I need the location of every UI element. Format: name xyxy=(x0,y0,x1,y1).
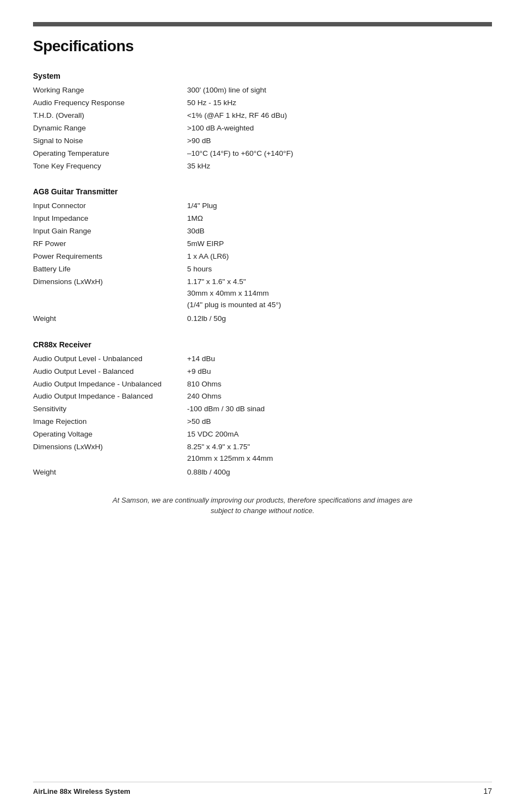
section-system: System Working Range 300' (100m) line of… xyxy=(33,72,492,172)
spec-value: 5 hours xyxy=(187,264,492,275)
spec-label: Operating Temperature xyxy=(33,148,187,160)
top-bar xyxy=(33,22,492,26)
spec-label: Sensitivity xyxy=(33,404,187,415)
footer-note: At Samson, we are continually improving … xyxy=(33,495,492,516)
spec-value: 30dB xyxy=(187,226,492,237)
section-cr88x: CR88x Receiver Audio Output Level - Unba… xyxy=(33,340,492,478)
spec-row-sensitivity: Sensitivity -100 dBm / 30 dB sinad xyxy=(33,404,492,415)
spec-label: Battery Life xyxy=(33,264,187,275)
section-title-cr88x: CR88x Receiver xyxy=(33,340,492,349)
spec-label: Audio Frequency Response xyxy=(33,97,187,109)
spec-label: Audio Output Impedance - Balanced xyxy=(33,391,187,402)
spec-value-multiline: 1.17" x 1.6" x 4.5" 30mm x 40mm x 114mm … xyxy=(187,276,492,311)
spec-row-battery-life: Battery Life 5 hours xyxy=(33,264,492,275)
spec-row-audio-impedance-unbal: Audio Output Impedance - Unbalanced 810 … xyxy=(33,379,492,390)
spec-value: >100 dB A-weighted xyxy=(187,123,492,134)
spec-value: 1MΩ xyxy=(187,213,492,225)
spec-row-dynamic-range: Dynamic Range >100 dB A-weighted xyxy=(33,123,492,134)
spec-row-audio-output-unbal: Audio Output Level - Unbalanced +14 dBu xyxy=(33,353,492,365)
spec-value: +14 dBu xyxy=(187,353,492,365)
spec-label: Dimensions (LxWxH) xyxy=(33,442,187,465)
spec-label: Input Impedance xyxy=(33,213,187,225)
spec-value: 15 VDC 200mA xyxy=(187,429,492,440)
spec-row-weight-cr88x: Weight 0.88lb / 400g xyxy=(33,467,492,478)
spec-value: 0.12lb / 50g xyxy=(187,313,492,325)
spec-label: Input Connector xyxy=(33,200,187,212)
spec-label: Signal to Noise xyxy=(33,135,187,147)
spec-label: Audio Output Impedance - Unbalanced xyxy=(33,379,187,390)
spec-value: 1/4" Plug xyxy=(187,200,492,212)
spec-value: 5mW EIRP xyxy=(187,238,492,250)
spec-row-dimensions-ag8: Dimensions (LxWxH) 1.17" x 1.6" x 4.5" 3… xyxy=(33,276,492,311)
spec-label: T.H.D. (Overall) xyxy=(33,110,187,122)
spec-row-rf-power: RF Power 5mW EIRP xyxy=(33,238,492,250)
spec-label: Operating Voltage xyxy=(33,429,187,440)
spec-row-audio-impedance-bal: Audio Output Impedance - Balanced 240 Oh… xyxy=(33,391,492,402)
spec-label: Dimensions (LxWxH) xyxy=(33,276,187,311)
spec-value-multiline: 8.25" x 4.9" x 1.75" 210mm x 125mm x 44m… xyxy=(187,442,492,465)
spec-row-operating-temp: Operating Temperature –10°C (14°F) to +6… xyxy=(33,148,492,160)
spec-row-tone-key: Tone Key Frequency 35 kHz xyxy=(33,161,492,172)
spec-row-working-range: Working Range 300' (100m) line of sight xyxy=(33,85,492,96)
spec-value: 35 kHz xyxy=(187,161,492,172)
spec-row-operating-voltage: Operating Voltage 15 VDC 200mA xyxy=(33,429,492,440)
spec-label: Audio Output Level - Balanced xyxy=(33,366,187,378)
page-title: Specifications xyxy=(33,37,492,55)
section-ag8: AG8 Guitar Transmitter Input Connector 1… xyxy=(33,187,492,324)
spec-label: Weight xyxy=(33,313,187,325)
spec-row-signal-noise: Signal to Noise >90 dB xyxy=(33,135,492,147)
spec-value: -100 dBm / 30 dB sinad xyxy=(187,404,492,415)
spec-row-input-impedance: Input Impedance 1MΩ xyxy=(33,213,492,225)
spec-label: Tone Key Frequency xyxy=(33,161,187,172)
spec-value: >90 dB xyxy=(187,135,492,147)
spec-value: 300' (100m) line of sight xyxy=(187,85,492,96)
spec-label: Working Range xyxy=(33,85,187,96)
spec-row-audio-freq: Audio Frequency Response 50 Hz - 15 kHz xyxy=(33,97,492,109)
spec-value: 240 Ohms xyxy=(187,391,492,402)
spec-row-audio-output-bal: Audio Output Level - Balanced +9 dBu xyxy=(33,366,492,378)
spec-row-thd: T.H.D. (Overall) <1% (@AF 1 kHz, RF 46 d… xyxy=(33,110,492,122)
footer-page-number: 17 xyxy=(483,787,492,795)
spec-label: Weight xyxy=(33,467,187,478)
spec-value: 1 x AA (LR6) xyxy=(187,251,492,263)
footer-product-name: AirLine 88x Wireless System xyxy=(33,787,130,795)
spec-label: Image Rejection xyxy=(33,416,187,428)
spec-value: +9 dBu xyxy=(187,366,492,378)
spec-row-input-gain: Input Gain Range 30dB xyxy=(33,226,492,237)
spec-label: Audio Output Level - Unbalanced xyxy=(33,353,187,365)
spec-row-input-connector: Input Connector 1/4" Plug xyxy=(33,200,492,212)
spec-label: RF Power xyxy=(33,238,187,250)
spec-value: >50 dB xyxy=(187,416,492,428)
spec-row-weight-ag8: Weight 0.12lb / 50g xyxy=(33,313,492,325)
footer-note-text: At Samson, we are continually improving … xyxy=(113,496,413,515)
spec-label: Dynamic Range xyxy=(33,123,187,134)
spec-value: <1% (@AF 1 kHz, RF 46 dBu) xyxy=(187,110,492,122)
page-footer: AirLine 88x Wireless System 17 xyxy=(33,782,492,795)
spec-row-dimensions-cr88x: Dimensions (LxWxH) 8.25" x 4.9" x 1.75" … xyxy=(33,442,492,465)
spec-label: Input Gain Range xyxy=(33,226,187,237)
spec-value: –10°C (14°F) to +60°C (+140°F) xyxy=(187,148,492,160)
spec-value: 810 Ohms xyxy=(187,379,492,390)
spec-label: Power Requirements xyxy=(33,251,187,263)
spec-value: 0.88lb / 400g xyxy=(187,467,492,478)
section-title-system: System xyxy=(33,72,492,80)
page-container: Specifications System Working Range 300'… xyxy=(0,0,525,812)
section-title-ag8: AG8 Guitar Transmitter xyxy=(33,187,492,196)
spec-row-image-rejection: Image Rejection >50 dB xyxy=(33,416,492,428)
spec-value: 50 Hz - 15 kHz xyxy=(187,97,492,109)
spec-row-power-req: Power Requirements 1 x AA (LR6) xyxy=(33,251,492,263)
